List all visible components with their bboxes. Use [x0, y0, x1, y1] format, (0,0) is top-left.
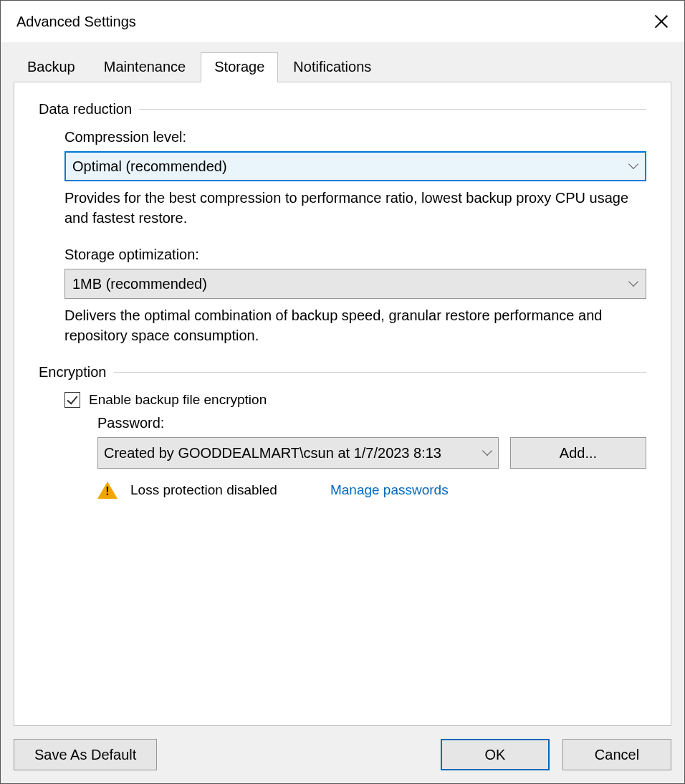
tab-notifications[interactable]: Notifications: [279, 52, 385, 82]
group-data-reduction: Data reduction: [39, 101, 646, 118]
chevron-down-icon: [628, 161, 638, 171]
enable-encryption-label: Enable backup file encryption: [89, 392, 267, 408]
warning-icon: [97, 482, 118, 499]
titlebar: Advanced Settings: [1, 1, 684, 42]
save-as-default-label: Save As Default: [34, 747, 136, 763]
storage-opt-select[interactable]: 1MB (recommended): [64, 269, 646, 299]
chevron-down-icon: [628, 279, 638, 289]
close-icon[interactable]: [651, 11, 671, 32]
enable-encryption-row: Enable backup file encryption: [64, 392, 646, 408]
chevron-down-icon: [482, 448, 492, 458]
tab-maintenance[interactable]: Maintenance: [90, 52, 200, 82]
cancel-button[interactable]: Cancel: [562, 739, 671, 770]
group-label-data-reduction: Data reduction: [39, 101, 132, 118]
dialog-footer: Save As Default OK Cancel: [14, 726, 671, 770]
tab-backup[interactable]: Backup: [14, 52, 89, 82]
ok-label: OK: [485, 747, 506, 763]
compression-label: Compression level:: [64, 129, 646, 145]
compression-desc: Provides for the best compression to per…: [64, 188, 646, 228]
advanced-settings-dialog: Advanced Settings Backup Maintenance Sto…: [0, 0, 685, 784]
password-block: Password: Created by GOODDEALMART\csun a…: [97, 415, 646, 499]
password-value: Created by GOODDEALMART\csun at 1/7/2023…: [104, 445, 482, 462]
group-encryption: Encryption: [39, 364, 646, 381]
tab-storage[interactable]: Storage: [201, 52, 278, 82]
dialog-body: Backup Maintenance Storage Notifications…: [1, 42, 684, 783]
ok-button[interactable]: OK: [441, 739, 550, 770]
storage-opt-value: 1MB (recommended): [72, 276, 628, 292]
field-compression: Compression level: Optimal (recommended)…: [64, 129, 646, 228]
compression-value: Optimal (recommended): [72, 158, 628, 175]
cancel-label: Cancel: [595, 747, 639, 763]
divider: [139, 109, 646, 110]
add-password-button[interactable]: Add...: [510, 437, 646, 469]
field-storage-opt: Storage optimization: 1MB (recommended) …: [64, 247, 646, 345]
loss-protection-text: Loss protection disabled: [130, 482, 277, 498]
divider: [114, 372, 647, 373]
manage-passwords-link[interactable]: Manage passwords: [330, 482, 449, 498]
tabpanel-storage: Data reduction Compression level: Optima…: [14, 82, 671, 726]
storage-opt-label: Storage optimization:: [64, 247, 646, 263]
save-as-default-button[interactable]: Save As Default: [14, 739, 157, 770]
add-button-label: Add...: [560, 445, 597, 462]
password-label: Password:: [97, 415, 646, 431]
group-label-encryption: Encryption: [39, 364, 107, 381]
tabstrip: Backup Maintenance Storage Notifications: [14, 52, 671, 82]
enable-encryption-checkbox[interactable]: [64, 392, 80, 408]
encryption-status-row: Loss protection disabled Manage password…: [97, 482, 646, 499]
storage-opt-desc: Delivers the optimal combination of back…: [64, 306, 646, 345]
checkmark-icon: [67, 393, 77, 405]
dialog-title: Advanced Settings: [16, 14, 651, 30]
compression-select[interactable]: Optimal (recommended): [64, 151, 646, 181]
password-select[interactable]: Created by GOODDEALMART\csun at 1/7/2023…: [97, 437, 499, 469]
